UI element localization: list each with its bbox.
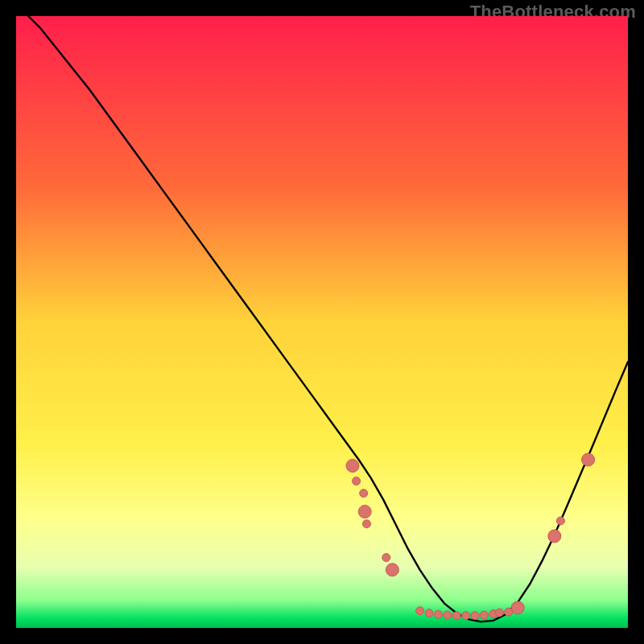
data-point	[358, 506, 371, 518]
data-point	[362, 520, 370, 528]
data-point	[452, 612, 460, 620]
data-point	[382, 554, 390, 562]
data-point	[462, 612, 470, 620]
data-point	[360, 489, 368, 497]
data-point	[582, 453, 595, 466]
data-point	[434, 610, 442, 618]
data-point	[353, 477, 361, 485]
gradient-background	[16, 16, 628, 628]
data-point	[416, 607, 424, 615]
data-point	[425, 609, 433, 617]
data-point	[480, 611, 488, 619]
data-point	[386, 564, 398, 576]
data-point	[471, 612, 479, 620]
chart-plot-area	[16, 16, 628, 628]
data-point	[556, 517, 564, 525]
data-point	[444, 611, 452, 619]
data-point	[346, 460, 359, 473]
data-point	[511, 601, 524, 614]
chart-svg	[16, 16, 628, 628]
data-point	[495, 609, 503, 617]
data-point	[548, 530, 561, 543]
